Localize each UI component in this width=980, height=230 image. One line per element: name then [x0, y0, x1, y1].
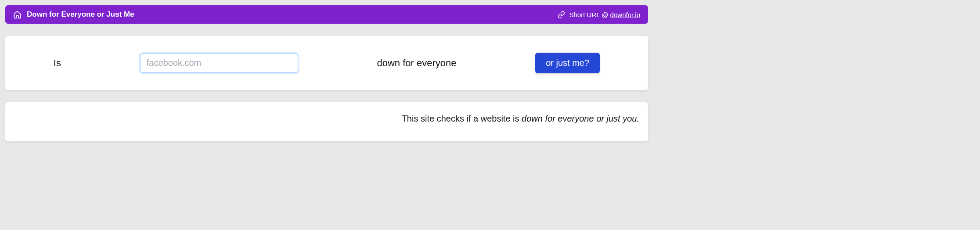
short-url-text: Short URL @ downfor.io [569, 11, 640, 18]
short-url-link[interactable]: downfor.io [610, 11, 640, 18]
header-left: Down for Everyone or Just Me [13, 10, 134, 19]
middle-text: down for everyone [377, 58, 456, 69]
header-right: Short URL @ downfor.io [558, 11, 640, 18]
info-italic: down for everyone or just you. [522, 114, 639, 123]
info-prefix: This site checks if a website is [402, 114, 522, 123]
header-bar: Down for Everyone or Just Me Short URL @… [5, 5, 648, 24]
home-icon[interactable] [13, 11, 22, 19]
info-card: This site checks if a website is down fo… [5, 102, 648, 141]
short-url-prefix: Short URL @ [569, 11, 610, 18]
site-title: Down for Everyone or Just Me [27, 10, 134, 19]
info-text: This site checks if a website is down fo… [402, 114, 639, 123]
check-button[interactable]: or just me? [535, 53, 600, 73]
prefix-text: Is [54, 58, 61, 69]
check-form-card: Is down for everyone or just me? [5, 36, 648, 90]
link-icon [558, 11, 565, 18]
url-input[interactable] [140, 54, 298, 73]
